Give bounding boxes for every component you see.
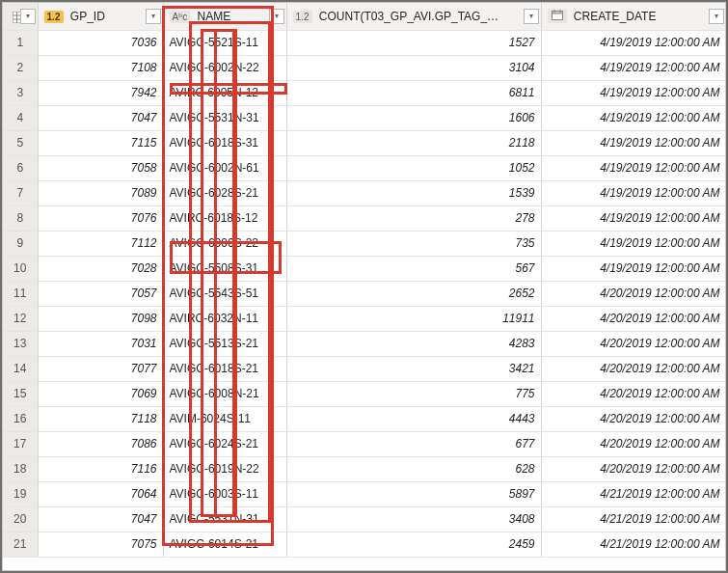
data-grid[interactable]: ▾ 1.2 GP_ID ▾ Aᵇc NAME ▾ 1.2 COUNT(T03_G… bbox=[2, 2, 726, 571]
cell-gp-id: 7116 bbox=[38, 456, 163, 481]
col-header-create-date[interactable]: CREATE_DATE ▾ bbox=[541, 3, 726, 30]
cell-count: 677 bbox=[286, 431, 541, 456]
cell-create-date: 4/19/2019 12:00:00 AM bbox=[541, 105, 726, 130]
col-header-name[interactable]: Aᵇc NAME ▾ bbox=[163, 3, 286, 30]
filter-dropdown[interactable]: ▾ bbox=[146, 9, 161, 24]
table-row[interactable]: 127098AVIRC-6032N-11119114/20/2019 12:00… bbox=[3, 306, 726, 331]
row-number: 6 bbox=[3, 155, 38, 180]
table-row[interactable]: 17036AVIGC-5521S-1115274/19/2019 12:00:0… bbox=[3, 30, 726, 55]
cell-name: AVIGC-6019N-22 bbox=[163, 456, 286, 481]
cell-name: AVIGC-5508S-31 bbox=[163, 256, 286, 281]
table-row[interactable]: 117057AVIGC-5543S-5126524/20/2019 12:00:… bbox=[3, 281, 726, 306]
calendar-icon bbox=[552, 10, 563, 20]
col-label: NAME bbox=[198, 10, 231, 23]
cell-name: AVIGC-5543S-51 bbox=[163, 281, 286, 306]
table-row[interactable]: 97112AVIGC-6006S-227354/19/2019 12:00:00… bbox=[3, 231, 726, 256]
cell-name: AVIRC-6032N-11 bbox=[163, 306, 286, 331]
table-row[interactable]: 47047AVIGC-5531N-3116064/19/2019 12:00:0… bbox=[3, 105, 726, 130]
table-row[interactable]: 157069AVIGC-6008N-217754/20/2019 12:00:0… bbox=[3, 381, 726, 406]
cell-gp-id: 7047 bbox=[38, 506, 163, 532]
row-number: 19 bbox=[3, 481, 38, 506]
table-row[interactable]: 107028AVIGC-5508S-315674/19/2019 12:00:0… bbox=[3, 256, 726, 281]
cell-gp-id: 7118 bbox=[38, 406, 163, 431]
cell-count: 1539 bbox=[286, 180, 541, 205]
cell-count: 628 bbox=[286, 456, 541, 481]
cell-create-date: 4/19/2019 12:00:00 AM bbox=[541, 205, 726, 231]
col-header-count[interactable]: 1.2 COUNT(T03_GP_AVI.GP_TAG_… ▾ bbox=[286, 3, 541, 30]
cell-create-date: 4/19/2019 12:00:00 AM bbox=[541, 80, 726, 105]
cell-gp-id: 7036 bbox=[38, 30, 163, 55]
row-number: 9 bbox=[3, 231, 38, 256]
table-row[interactable]: 77089AVIGC-6028S-2115394/19/2019 12:00:0… bbox=[3, 180, 726, 205]
cell-gp-id: 7064 bbox=[38, 481, 163, 506]
cell-create-date: 4/20/2019 12:00:00 AM bbox=[541, 306, 726, 331]
row-number: 2 bbox=[3, 55, 38, 80]
cell-name: AVIGC-6024S-21 bbox=[163, 431, 286, 456]
table-row[interactable]: 37942AVIRC-6005N-1268114/19/2019 12:00:0… bbox=[3, 80, 726, 105]
table-row[interactable]: 187116AVIGC-6019N-226284/20/2019 12:00:0… bbox=[3, 456, 726, 481]
cell-count: 6811 bbox=[286, 80, 541, 105]
cell-gp-id: 7028 bbox=[38, 256, 163, 281]
table-row[interactable]: 27108AVIGC-6002N-2231044/19/2019 12:00:0… bbox=[3, 55, 726, 80]
table-row[interactable]: 137031AVIGC-5513S-2142834/20/2019 12:00:… bbox=[3, 331, 726, 356]
row-number: 1 bbox=[3, 30, 38, 55]
cell-count: 4283 bbox=[286, 331, 541, 356]
col-header-gp-id[interactable]: 1.2 GP_ID ▾ bbox=[38, 3, 163, 30]
cell-gp-id: 7086 bbox=[38, 431, 163, 456]
table-row[interactable]: 207047AVIGC-5531N-3134084/21/2019 12:00:… bbox=[3, 506, 726, 532]
table-row[interactable]: 57115AVIGC-6018S-3121184/19/2019 12:00:0… bbox=[3, 130, 726, 155]
table-row[interactable]: 197064AVIGC-6003S-1158974/21/2019 12:00:… bbox=[3, 481, 726, 506]
cell-gp-id: 7057 bbox=[38, 281, 163, 306]
cell-gp-id: 7075 bbox=[38, 532, 163, 557]
corner-dropdown[interactable]: ▾ bbox=[20, 9, 36, 24]
cell-name: AVIGC-6018S-21 bbox=[163, 356, 286, 381]
row-number: 17 bbox=[3, 431, 38, 456]
cell-gp-id: 7076 bbox=[38, 205, 163, 231]
filter-dropdown[interactable]: ▾ bbox=[709, 9, 724, 24]
col-label: GP_ID bbox=[70, 10, 105, 23]
cell-name: AVIGC-6003S-11 bbox=[163, 481, 286, 506]
cell-create-date: 4/20/2019 12:00:00 AM bbox=[541, 381, 726, 406]
cell-create-date: 4/21/2019 12:00:00 AM bbox=[541, 532, 726, 557]
cell-count: 2118 bbox=[286, 130, 541, 155]
cell-gp-id: 7047 bbox=[38, 105, 163, 130]
filter-dropdown[interactable]: ▾ bbox=[269, 9, 284, 24]
type-tag-number: 1.2 bbox=[293, 11, 312, 23]
cell-count: 567 bbox=[286, 256, 541, 281]
cell-count: 775 bbox=[286, 381, 541, 406]
cell-create-date: 4/20/2019 12:00:00 AM bbox=[541, 356, 726, 381]
cell-count: 4443 bbox=[286, 406, 541, 431]
cell-name: AVIGC-5531N-31 bbox=[163, 105, 286, 130]
type-tag-text: Aᵇc bbox=[170, 11, 191, 23]
cell-create-date: 4/19/2019 12:00:00 AM bbox=[541, 130, 726, 155]
row-number: 14 bbox=[3, 356, 38, 381]
cell-gp-id: 7089 bbox=[38, 180, 163, 205]
row-number: 13 bbox=[3, 331, 38, 356]
cell-count: 3408 bbox=[286, 506, 541, 532]
cell-create-date: 4/19/2019 12:00:00 AM bbox=[541, 231, 726, 256]
cell-gp-id: 7077 bbox=[38, 356, 163, 381]
cell-name: AVIGC-6028S-21 bbox=[163, 180, 286, 205]
table-row[interactable]: 67058AVIGC-6002N-6110524/19/2019 12:00:0… bbox=[3, 155, 726, 180]
table-body: 17036AVIGC-5521S-1115274/19/2019 12:00:0… bbox=[3, 30, 726, 557]
table-row[interactable]: 177086AVIGC-6024S-216774/20/2019 12:00:0… bbox=[3, 431, 726, 456]
cell-count: 1527 bbox=[286, 30, 541, 55]
table-row[interactable]: 87076AVIRC-6018S-122784/19/2019 12:00:00… bbox=[3, 205, 726, 231]
row-number: 10 bbox=[3, 256, 38, 281]
table-row[interactable]: 147077AVIGC-6018S-2134214/20/2019 12:00:… bbox=[3, 356, 726, 381]
corner-cell[interactable]: ▾ bbox=[3, 3, 38, 30]
table-row[interactable]: 167118AVIM-6024S-1144434/20/2019 12:00:0… bbox=[3, 406, 726, 431]
cell-gp-id: 7031 bbox=[38, 331, 163, 356]
cell-name: AVIGC-6002N-61 bbox=[163, 155, 286, 180]
row-number: 11 bbox=[3, 281, 38, 306]
filter-dropdown[interactable]: ▾ bbox=[524, 9, 539, 24]
header-row: ▾ 1.2 GP_ID ▾ Aᵇc NAME ▾ 1.2 COUNT(T03_G… bbox=[3, 3, 726, 30]
cell-name: AVIGC-5521S-11 bbox=[163, 30, 286, 55]
cell-name: AVIRC-6005N-12 bbox=[163, 80, 286, 105]
cell-gp-id: 7115 bbox=[38, 130, 163, 155]
table-row[interactable]: 217075AVIGC-6014S-2124594/21/2019 12:00:… bbox=[3, 532, 726, 557]
cell-create-date: 4/19/2019 12:00:00 AM bbox=[541, 55, 726, 80]
cell-create-date: 4/20/2019 12:00:00 AM bbox=[541, 406, 726, 431]
cell-name: AVIGC-6018S-31 bbox=[163, 130, 286, 155]
cell-create-date: 4/21/2019 12:00:00 AM bbox=[541, 481, 726, 506]
